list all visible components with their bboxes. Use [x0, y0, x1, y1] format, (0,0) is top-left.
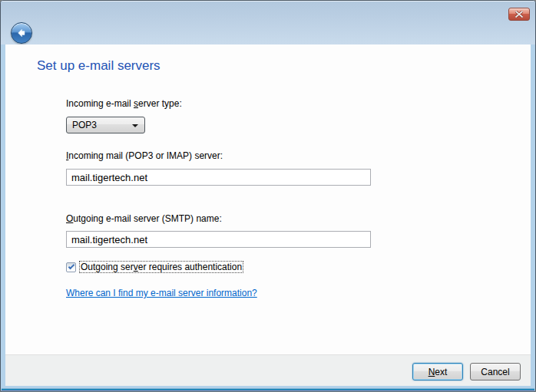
- close-button[interactable]: [508, 8, 530, 21]
- incoming-server-label: Incoming mail (POP3 or IMAP) server:: [66, 150, 223, 161]
- help-link[interactable]: Where can I find my e-mail server inform…: [66, 288, 257, 298]
- wizard-window: Set up e-mail servers Incoming e-mail se…: [0, 0, 536, 392]
- auth-checkbox[interactable]: [66, 262, 76, 272]
- server-type-label: Incoming e-mail server type:: [66, 98, 182, 109]
- incoming-server-input[interactable]: [66, 169, 371, 186]
- outgoing-server-label: Outgoing e-mail server (SMTP) name:: [66, 213, 222, 224]
- back-arrow-icon: [15, 27, 28, 39]
- cancel-button[interactable]: Cancel: [470, 363, 521, 380]
- server-type-value: POP3: [72, 120, 97, 130]
- dropdown-arrow-icon: [132, 124, 138, 127]
- page-title: Set up e-mail servers: [37, 58, 160, 74]
- close-icon: [515, 11, 523, 18]
- footer-bar: Next Cancel: [5, 354, 531, 386]
- server-type-dropdown[interactable]: POP3: [66, 117, 145, 133]
- content-area: Set up e-mail servers Incoming e-mail se…: [5, 44, 531, 354]
- window-bottom-accent: [2, 388, 534, 390]
- auth-checkbox-label[interactable]: Outgoing server requires authentication: [80, 262, 243, 272]
- title-bar[interactable]: [1, 1, 535, 44]
- auth-checkbox-row: Outgoing server requires authentication: [66, 262, 243, 272]
- outgoing-server-input[interactable]: [66, 231, 371, 248]
- back-button[interactable]: [11, 22, 32, 44]
- checkmark-icon: [68, 263, 74, 269]
- next-button[interactable]: Next: [412, 363, 463, 380]
